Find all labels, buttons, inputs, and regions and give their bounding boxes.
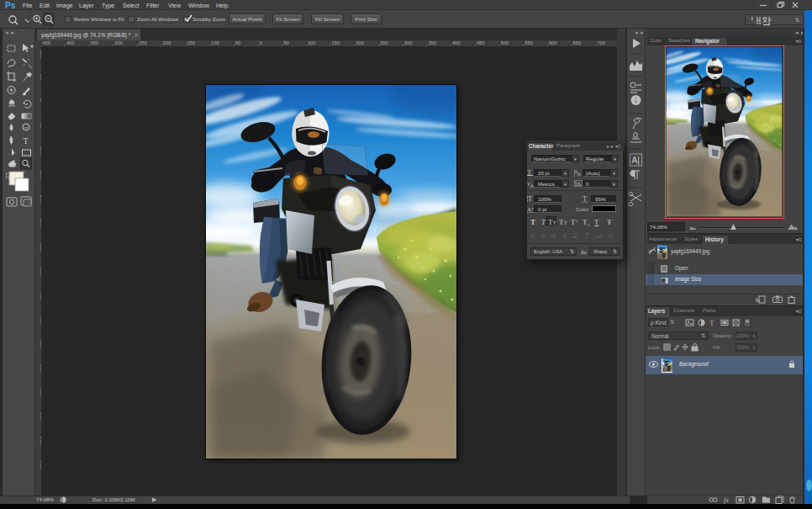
svg-text:350: 350 — [91, 40, 99, 45]
svg-text:350: 350 — [40, 268, 42, 276]
svg-text:450: 450 — [40, 316, 42, 325]
svg-text:250: 250 — [40, 220, 42, 228]
svg-text:750: 750 — [40, 461, 42, 469]
svg-text:150: 150 — [332, 40, 340, 45]
svg-text:A: A — [577, 172, 582, 177]
svg-text:T: T — [527, 168, 532, 176]
svg-text:1: 1 — [576, 219, 578, 223]
svg-text:700: 700 — [597, 40, 605, 45]
svg-text:200: 200 — [40, 195, 42, 204]
svg-text:st: st — [551, 232, 556, 240]
svg-text:T: T — [594, 218, 599, 226]
svg-text:50: 50 — [235, 40, 240, 45]
svg-text:250: 250 — [139, 40, 147, 45]
svg-text:550: 550 — [40, 364, 42, 373]
svg-text:100: 100 — [211, 40, 219, 45]
svg-text:600: 600 — [40, 389, 42, 397]
svg-text:0: 0 — [40, 98, 42, 101]
svg-text:300: 300 — [40, 244, 42, 252]
svg-text:100: 100 — [308, 40, 316, 45]
svg-text:200: 200 — [163, 40, 171, 45]
svg-text:T: T — [583, 194, 588, 203]
svg-text:T: T — [530, 218, 535, 226]
svg-text:σ: σ — [541, 232, 546, 240]
svg-text:450: 450 — [42, 40, 50, 45]
svg-text:0: 0 — [260, 40, 262, 45]
svg-text:T: T — [528, 194, 533, 203]
svg-text:1st: 1st — [595, 233, 602, 240]
svg-text:600: 600 — [549, 40, 557, 45]
svg-text:500: 500 — [40, 340, 42, 348]
svg-text:150: 150 — [40, 172, 42, 180]
svg-text:400: 400 — [40, 292, 42, 300]
svg-text:700: 700 — [40, 437, 42, 445]
svg-text:300: 300 — [404, 40, 413, 45]
svg-text:A|: A| — [632, 156, 640, 165]
svg-text:fi: fi — [530, 232, 535, 240]
svg-text:½: ½ — [608, 232, 613, 240]
svg-text:50: 50 — [40, 123, 42, 128]
svg-text:150: 150 — [187, 40, 195, 45]
svg-text:T: T — [553, 220, 557, 226]
svg-text:400: 400 — [66, 40, 75, 45]
svg-text:100: 100 — [40, 50, 42, 59]
svg-text:100: 100 — [40, 147, 42, 156]
svg-text:Ŧ: Ŧ — [607, 218, 612, 226]
svg-text:350: 350 — [428, 40, 436, 45]
svg-text:450: 450 — [477, 40, 485, 45]
svg-text:300: 300 — [114, 40, 123, 45]
svg-text:VA: VA — [575, 181, 581, 186]
svg-text:T: T — [541, 218, 546, 226]
svg-text:T: T — [585, 232, 589, 240]
svg-text:500: 500 — [501, 40, 509, 45]
svg-text:fx: fx — [724, 496, 729, 504]
svg-text:A: A — [562, 232, 567, 240]
svg-text:50: 50 — [40, 75, 42, 80]
svg-text:250: 250 — [380, 40, 388, 45]
svg-text:200: 200 — [356, 40, 364, 45]
svg-text:aa: aa — [572, 233, 578, 240]
svg-text:400: 400 — [452, 40, 461, 45]
svg-text:650: 650 — [40, 413, 42, 422]
svg-text:A: A — [527, 206, 531, 213]
svg-text:T: T — [709, 319, 714, 327]
svg-text:T: T — [24, 136, 29, 146]
svg-text:50: 50 — [283, 40, 288, 45]
svg-text:550: 550 — [525, 40, 533, 45]
svg-text:1: 1 — [588, 222, 590, 226]
svg-text:T: T — [564, 220, 567, 225]
svg-text:650: 650 — [573, 40, 582, 45]
